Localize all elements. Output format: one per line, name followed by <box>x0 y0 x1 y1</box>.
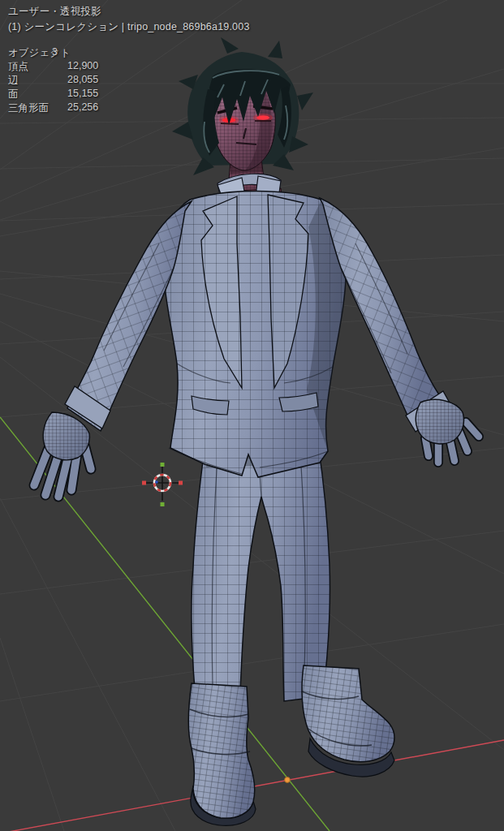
stat-label: 頂点 <box>8 61 28 72</box>
stat-value: 25,256 <box>67 101 98 113</box>
stat-label: 辺 <box>8 75 19 86</box>
stat-edges: 辺 28,055 <box>8 74 187 88</box>
stat-value: 15,155 <box>67 88 98 99</box>
viewport-canvas[interactable] <box>0 0 504 831</box>
blender-viewport[interactable]: ユーザー・透視投影 (1) シーンコレクション | tripo_node_869… <box>0 0 504 831</box>
stat-value: 3 <box>52 46 58 58</box>
stat-value: 28,055 <box>67 74 98 85</box>
world-origin-dot <box>285 777 291 783</box>
stat-faces: 面 15,155 <box>8 88 187 101</box>
stat-triangles: 三角形面 25,256 <box>8 101 187 115</box>
stat-vertices: 頂点 12,900 <box>8 60 187 74</box>
stat-objects: オブジェクト 3 <box>8 46 187 60</box>
collection-breadcrumb: (1) シーンコレクション | tripo_node_869b6a19.003 <box>8 21 250 33</box>
view-label: ユーザー・透視投影 <box>8 6 101 18</box>
stat-label: 三角形面 <box>8 102 49 114</box>
stat-label: オブジェクト <box>8 47 71 58</box>
stat-label: 面 <box>8 88 19 100</box>
stat-value: 12,900 <box>67 60 98 71</box>
boot-left <box>188 683 256 825</box>
suit-jacket <box>164 192 346 478</box>
